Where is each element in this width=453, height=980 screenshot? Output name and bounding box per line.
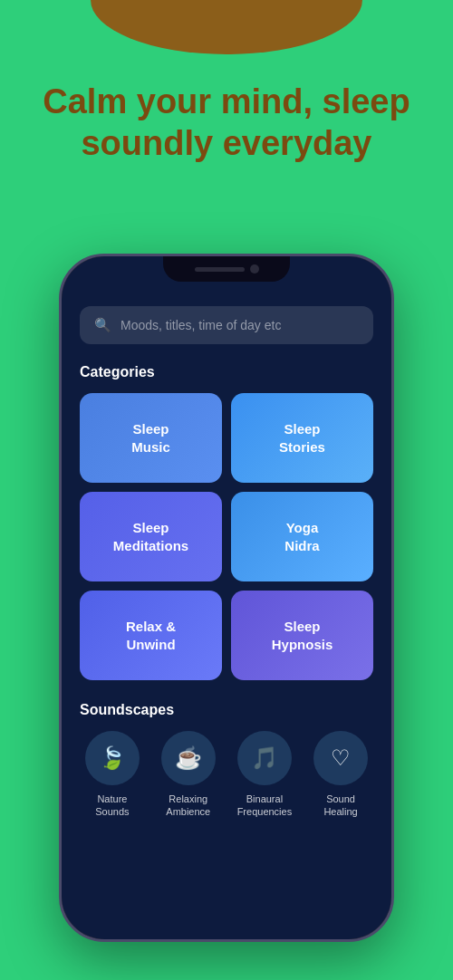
phone-screen: 🔍 Moods, titles, time of day etc Categor… — [62, 256, 391, 939]
category-sleep-meditations[interactable]: SleepMeditations — [80, 492, 222, 581]
binaural-frequencies-label: BinauralFrequencies — [237, 793, 293, 819]
category-sleep-hypnosis[interactable]: SleepHypnosis — [231, 591, 373, 680]
notch-camera — [250, 264, 259, 274]
soundscape-sound-healing[interactable]: ♡ SoundHealing — [313, 731, 368, 819]
notch-speaker — [195, 267, 245, 272]
soundscape-nature-sounds[interactable]: 🍃 NatureSounds — [85, 731, 140, 819]
sound-healing-icon: ♡ — [313, 731, 368, 785]
binaural-frequencies-icon: 🎵 — [237, 731, 292, 785]
soundscape-binaural-frequencies[interactable]: 🎵 BinauralFrequencies — [237, 731, 293, 819]
relaxing-ambience-icon: ☕ — [161, 731, 216, 785]
phone-notch — [163, 256, 290, 282]
search-icon: 🔍 — [94, 317, 111, 333]
soundscapes-row: 🍃 NatureSounds ☕ RelaxingAmbience 🎵 Bina… — [80, 731, 373, 819]
category-yoga-nidra[interactable]: YogaNidra — [231, 492, 373, 581]
relaxing-ambience-label: RelaxingAmbience — [166, 793, 210, 819]
categories-grid: SleepMusic SleepStories SleepMeditations… — [80, 393, 373, 680]
nature-sounds-label: NatureSounds — [95, 793, 129, 819]
categories-title: Categories — [80, 364, 373, 380]
sound-healing-label: SoundHealing — [323, 793, 357, 819]
phone-mockup: 🔍 Moods, titles, time of day etc Categor… — [59, 254, 394, 942]
search-placeholder: Moods, titles, time of day etc — [120, 318, 281, 332]
category-sleep-stories[interactable]: SleepStories — [231, 393, 373, 483]
search-bar[interactable]: 🔍 Moods, titles, time of day etc — [80, 306, 373, 344]
soundscape-relaxing-ambience[interactable]: ☕ RelaxingAmbience — [161, 731, 216, 819]
category-sleep-music[interactable]: SleepMusic — [80, 393, 222, 483]
nature-sounds-icon: 🍃 — [85, 731, 140, 785]
category-relax-unwind[interactable]: Relax &Unwind — [80, 591, 222, 680]
soundscapes-title: Soundscapes — [80, 702, 373, 718]
